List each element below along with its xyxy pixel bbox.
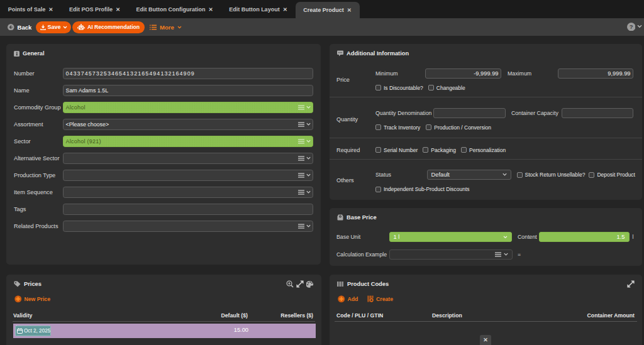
svg-text:?: ? bbox=[629, 23, 633, 30]
